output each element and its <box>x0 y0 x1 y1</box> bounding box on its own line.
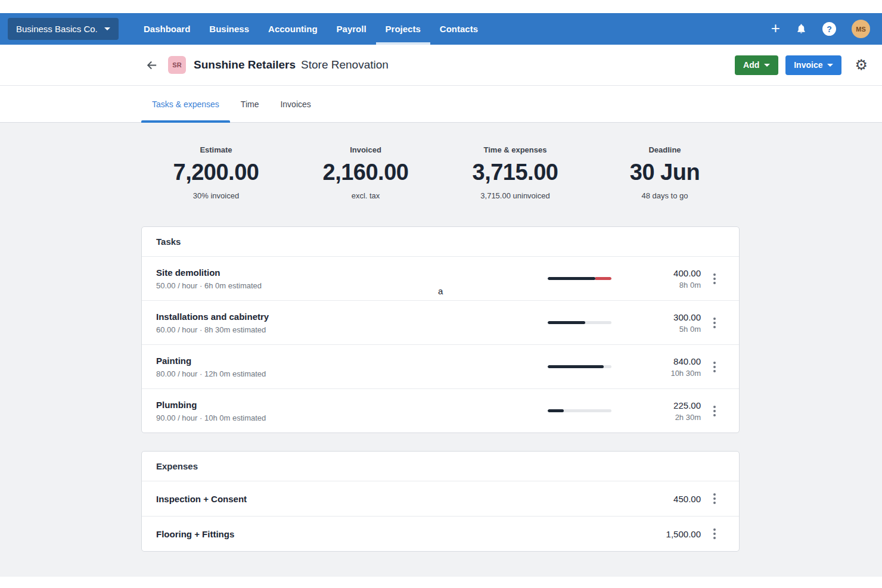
tab-tasks-expenses[interactable]: Tasks & expenses <box>141 86 230 122</box>
org-selector-dropdown[interactable]: Business Basics Co. <box>8 18 119 40</box>
expense-row[interactable]: Flooring + Fittings 1,500.00 <box>142 516 739 551</box>
browser-chrome-strip <box>0 0 882 13</box>
task-progress-bar <box>548 321 611 324</box>
expense-info: Inspection + Consent <box>156 494 611 504</box>
invoice-button[interactable]: Invoice <box>785 55 841 75</box>
task-time: 2h 30m <box>611 413 701 422</box>
task-info: Painting 80.00 / hour · 12h 0m estimated <box>156 356 548 378</box>
expense-amount: 450.00 <box>611 494 701 504</box>
task-name: Site demolition <box>156 267 548 278</box>
task-progress-bar <box>548 277 611 280</box>
project-title: Store Renovation <box>301 58 389 71</box>
gear-icon[interactable]: ⚙ <box>855 58 868 72</box>
task-time: 5h 0m <box>611 325 701 334</box>
task-row[interactable]: Plumbing 90.00 / hour · 10h 0m estimated… <box>142 388 739 433</box>
tasks-card-title: Tasks <box>142 227 739 256</box>
stat-label: Estimate <box>141 145 291 154</box>
tab-time[interactable]: Time <box>230 86 270 122</box>
stat-sub: excl. tax <box>291 191 440 200</box>
project-header: SR Sunshine Retailers Store Renovation A… <box>0 45 882 86</box>
nav-item-business[interactable]: Business <box>200 13 259 45</box>
project-tabs: Tasks & expenses Time Invoices <box>0 86 882 123</box>
stat-label: Time & expenses <box>440 145 590 154</box>
plus-icon[interactable]: + <box>771 20 780 38</box>
kebab-dots <box>713 322 716 324</box>
task-name: Installations and cabinetry <box>156 312 548 322</box>
user-avatar[interactable]: MS <box>852 20 870 38</box>
expense-row[interactable]: Inspection + Consent 450.00 <box>142 481 739 516</box>
task-time: 10h 30m <box>611 369 701 378</box>
task-amounts: 225.00 2h 30m <box>611 400 701 422</box>
stray-text-artifact: a <box>438 286 443 296</box>
expense-name: Inspection + Consent <box>156 494 611 504</box>
expenses-card-title: Expenses <box>142 452 739 481</box>
stat-time-expenses: Time & expenses 3,715.00 3,715.00 uninvo… <box>440 145 590 200</box>
stat-label: Deadline <box>590 145 740 154</box>
task-progress-bar <box>548 365 611 368</box>
help-icon[interactable]: ? <box>822 22 836 36</box>
topbar-actions: + ? MS <box>771 20 870 38</box>
stat-value: 2,160.00 <box>291 160 440 185</box>
contact-name: Sunshine Retailers <box>194 58 296 71</box>
progress-fill <box>548 321 585 324</box>
expenses-card: Expenses Inspection + Consent 450.00 Flo… <box>141 451 740 552</box>
nav-item-payroll[interactable]: Payroll <box>327 13 376 45</box>
invoice-button-label: Invoice <box>794 60 822 70</box>
kebab-menu-icon[interactable] <box>704 402 725 420</box>
top-navigation-bar: Business Basics Co. Dashboard Business A… <box>0 13 882 45</box>
task-name: Painting <box>156 356 548 366</box>
kebab-menu-icon[interactable] <box>704 490 725 508</box>
task-detail: 90.00 / hour · 10h 0m estimated <box>156 413 548 422</box>
task-info: Site demolition 50.00 / hour · 6h 0m est… <box>156 267 548 290</box>
bell-icon[interactable] <box>796 23 807 35</box>
stat-value: 30 Jun <box>590 160 740 185</box>
progress-overrun <box>595 277 611 280</box>
progress-fill <box>548 277 595 280</box>
progress-fill <box>548 409 564 412</box>
task-name: Plumbing <box>156 400 548 410</box>
nav-item-contacts[interactable]: Contacts <box>430 13 487 45</box>
expense-info: Flooring + Fittings <box>156 529 611 539</box>
task-detail: 80.00 / hour · 12h 0m estimated <box>156 369 548 378</box>
kebab-menu-icon[interactable] <box>704 358 725 376</box>
task-amounts: 400.00 8h 0m <box>611 268 701 290</box>
primary-nav: Dashboard Business Accounting Payroll Pr… <box>134 13 487 45</box>
kebab-dots <box>713 366 716 368</box>
nav-item-accounting[interactable]: Accounting <box>259 13 327 45</box>
header-actions: Add Invoice ⚙ <box>735 55 868 75</box>
chevron-down-icon <box>827 64 833 67</box>
task-detail: 60.00 / hour · 8h 30m estimated <box>156 325 548 334</box>
stat-value: 7,200.00 <box>141 160 291 185</box>
stat-sub: 3,715.00 uninvoiced <box>440 191 590 200</box>
expense-name: Flooring + Fittings <box>156 529 611 539</box>
kebab-menu-icon[interactable] <box>704 525 725 543</box>
kebab-dots <box>713 410 716 412</box>
add-button-label: Add <box>743 60 759 70</box>
nav-item-dashboard[interactable]: Dashboard <box>134 13 200 45</box>
tasks-card: Tasks Site demolition 50.00 / hour · 6h … <box>141 226 740 433</box>
bottom-strip <box>0 577 882 588</box>
task-info: Installations and cabinetry 60.00 / hour… <box>156 312 548 334</box>
kebab-menu-icon[interactable] <box>704 270 725 288</box>
stat-value: 3,715.00 <box>440 160 590 185</box>
task-info: Plumbing 90.00 / hour · 10h 0m estimated <box>156 400 548 422</box>
kebab-dots <box>713 278 716 280</box>
back-arrow-icon[interactable] <box>145 58 159 72</box>
chevron-down-icon <box>104 27 110 30</box>
nav-item-projects[interactable]: Projects <box>376 13 430 45</box>
stat-label: Invoiced <box>291 145 440 154</box>
stat-sub: 30% invoiced <box>141 191 291 200</box>
add-button[interactable]: Add <box>735 55 778 75</box>
task-row[interactable]: Painting 80.00 / hour · 12h 0m estimated… <box>142 344 739 388</box>
task-amount: 400.00 <box>611 268 701 278</box>
stat-deadline: Deadline 30 Jun 48 days to go <box>590 145 740 200</box>
task-time: 8h 0m <box>611 281 701 290</box>
task-amount: 225.00 <box>611 400 701 410</box>
task-amount: 840.00 <box>611 356 701 366</box>
task-amounts: 300.00 5h 0m <box>611 312 701 334</box>
kebab-menu-icon[interactable] <box>704 314 725 332</box>
task-progress-bar <box>548 409 611 412</box>
tab-invoices[interactable]: Invoices <box>269 86 321 122</box>
task-row[interactable]: Installations and cabinetry 60.00 / hour… <box>142 300 739 344</box>
org-selector-label: Business Basics Co. <box>16 24 98 34</box>
